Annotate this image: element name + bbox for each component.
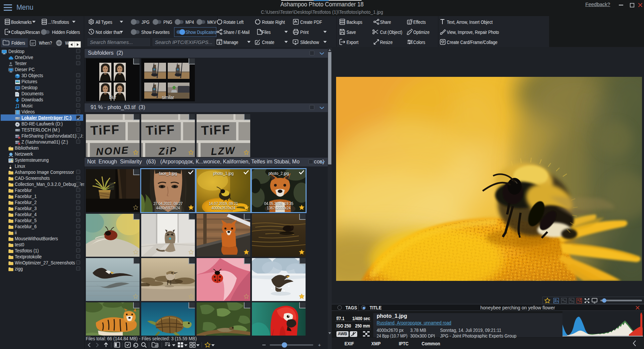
svg-text:TiFF: TiFF (146, 122, 175, 138)
svg-text:ZiP: ZiP (158, 145, 177, 157)
svg-text:NONE: NONE (96, 144, 129, 157)
svg-text:TiFF: TiFF (90, 122, 120, 138)
svg-text:LZW: LZW (211, 145, 236, 157)
svg-text:TiFF: TiFF (201, 122, 231, 138)
